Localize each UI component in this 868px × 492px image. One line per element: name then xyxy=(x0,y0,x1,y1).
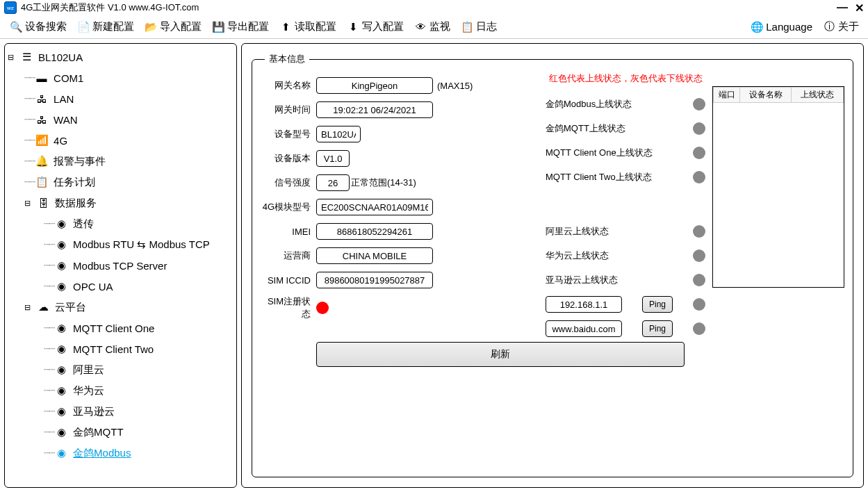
tree-label: 4G xyxy=(54,135,67,147)
tree-node-mqtt2[interactable]: ┈┈◉MQTT Client Two xyxy=(5,338,236,359)
monitor-button[interactable]: 👁 监视 xyxy=(409,15,455,38)
ping-ip-input[interactable] xyxy=(546,296,622,313)
search-icon: 🔍 xyxy=(9,20,23,34)
gateway-time-input[interactable] xyxy=(316,101,433,118)
tree-node-modbus-rtu-tcp[interactable]: ┈┈◉Modbus RTU ⇆ Modbus TCP xyxy=(5,234,236,255)
tree-node-huawei[interactable]: ┈┈◉华为云 xyxy=(5,380,236,401)
gateway-icon: ☰ xyxy=(19,51,34,63)
minimize-button[interactable]: — xyxy=(837,1,848,15)
wan-icon: 🖧 xyxy=(34,114,49,126)
table-header-status: 上线状态 xyxy=(792,88,844,103)
model-input[interactable] xyxy=(316,126,361,142)
status-dot xyxy=(693,322,705,335)
about-button[interactable]: ⓘ 关于 xyxy=(817,15,864,38)
toolbar-label: 日志 xyxy=(476,20,497,33)
tree-node-modbus-tcp-server[interactable]: ┈┈◉Modbus TCP Server xyxy=(5,255,236,276)
tree-label: LAN xyxy=(54,93,74,105)
signal-icon: 📶 xyxy=(34,134,49,147)
table-header-port: 端口 xyxy=(714,88,740,103)
status-dot xyxy=(693,274,705,286)
tree-node-passthrough[interactable]: ┈┈◉透传 xyxy=(5,213,236,234)
version-input[interactable] xyxy=(316,150,350,167)
field-label: 网关名称 xyxy=(261,79,316,92)
tree-label: 金鸽Modbus xyxy=(73,447,131,460)
status-aws: 亚马逊云上线状态 xyxy=(546,271,705,289)
ping-row-1: Ping xyxy=(546,295,705,313)
field-label: 信号强度 xyxy=(261,177,316,189)
field-label: IMEI xyxy=(261,227,316,237)
collapse-icon[interactable]: ⊟ xyxy=(24,303,34,312)
tree-node-lan[interactable]: ┈┈🖧LAN xyxy=(5,88,236,109)
download-icon: ⬇ xyxy=(346,20,360,34)
toolbar-label: 关于 xyxy=(838,20,859,33)
dot-icon: ◉ xyxy=(54,447,69,459)
tree-node-kp-mqtt[interactable]: ┈┈◉金鸽MQTT xyxy=(5,422,236,443)
toolbar: 🔍 设备搜索 📄 新建配置 📂 导入配置 💾 导出配置 ⬆ 读取配置 ⬇ 写入配… xyxy=(0,15,868,39)
tree-node-alarm[interactable]: ┈┈🔔报警与事件 xyxy=(5,151,236,172)
status-aliyun: 阿里云上线状态 xyxy=(546,222,705,240)
title-bar: wz 4G工业网关配置软件 V1.0 www.4G-IOT.com — ✕ xyxy=(0,0,868,15)
iccid-input[interactable] xyxy=(316,272,433,288)
gateway-name-input[interactable] xyxy=(316,77,433,94)
toolbar-label: 导入配置 xyxy=(160,20,202,33)
tree-node-task[interactable]: ┈┈📋任务计划 xyxy=(5,172,236,192)
collapse-icon[interactable]: ⊟ xyxy=(8,53,17,62)
module-input[interactable] xyxy=(316,199,433,215)
dot-icon: ◉ xyxy=(54,259,69,272)
field-label: 设备版本 xyxy=(261,152,316,165)
tree-node-cloud[interactable]: ⊟☁云平台 xyxy=(5,297,236,318)
status-label: MQTT Client Two上线状态 xyxy=(546,171,652,183)
tree-node-opc-ua[interactable]: ┈┈◉OPC UA xyxy=(5,276,236,297)
status-dot xyxy=(693,171,705,183)
field-label: SIM注册状态 xyxy=(261,295,316,320)
device-search-button[interactable]: 🔍 设备搜索 xyxy=(4,15,72,38)
ping-host-input[interactable] xyxy=(546,320,622,337)
tree-label: BL102UA xyxy=(38,51,83,63)
tree-node-dataservice[interactable]: ⊟🗄数据服务 xyxy=(5,192,236,213)
tree-label: MQTT Client Two xyxy=(73,343,154,355)
toolbar-label: 读取配置 xyxy=(295,20,336,33)
language-button[interactable]: 🌐 Language xyxy=(745,15,817,38)
toolbar-label: 写入配置 xyxy=(362,20,404,33)
write-config-button[interactable]: ⬇ 写入配置 xyxy=(341,15,409,38)
tree-label: 亚马逊云 xyxy=(73,405,115,418)
tree-label: OPC UA xyxy=(73,281,113,293)
import-config-button[interactable]: 📂 导入配置 xyxy=(139,15,206,38)
export-config-button[interactable]: 💾 导出配置 xyxy=(206,15,274,38)
device-status-table[interactable]: 端口 设备名称 上线状态 xyxy=(712,86,844,288)
ping-button-2[interactable]: Ping xyxy=(642,320,673,337)
new-file-icon: 📄 xyxy=(76,20,90,34)
tree-node-4g[interactable]: ┈┈📶4G xyxy=(5,130,236,151)
imei-input[interactable] xyxy=(316,223,433,240)
tree-node-root[interactable]: ⊟ ☰ BL102UA xyxy=(5,47,236,67)
panel-title: 基本信息 xyxy=(265,53,309,65)
toolbar-label: 设备搜索 xyxy=(25,20,67,33)
dot-icon: ◉ xyxy=(54,426,69,438)
log-button[interactable]: 📋 日志 xyxy=(455,15,502,38)
tree-node-mqtt1[interactable]: ┈┈◉MQTT Client One xyxy=(5,318,236,338)
dot-icon: ◉ xyxy=(54,238,69,251)
clipboard-icon: 📋 xyxy=(460,20,474,34)
tree-node-kp-modbus[interactable]: ┈┈◉金鸽Modbus xyxy=(5,443,236,464)
tree-label: 任务计划 xyxy=(54,176,95,189)
tree-node-com1[interactable]: ┈┈▬COM1 xyxy=(5,67,236,88)
ping-button-1[interactable]: Ping xyxy=(642,296,673,313)
tree-label: MQTT Client One xyxy=(73,322,154,334)
checklist-icon: 📋 xyxy=(34,176,49,188)
status-label: 金鸽Modbus上线状态 xyxy=(546,98,632,110)
table-header-device: 设备名称 xyxy=(740,88,792,103)
signal-input[interactable] xyxy=(316,174,350,191)
sidebar-tree[interactable]: ⊟ ☰ BL102UA ┈┈▬COM1 ┈┈🖧LAN ┈┈🖧WAN ┈┈📶4G … xyxy=(4,43,237,488)
collapse-icon[interactable]: ⊟ xyxy=(24,199,34,208)
dot-icon: ◉ xyxy=(54,322,69,334)
operator-input[interactable] xyxy=(316,247,433,264)
app-icon: wz xyxy=(4,1,17,14)
close-button[interactable]: ✕ xyxy=(855,1,864,15)
translate-icon: 🌐 xyxy=(750,20,764,34)
tree-node-aliyun[interactable]: ┈┈◉阿里云 xyxy=(5,359,236,380)
tree-node-aws[interactable]: ┈┈◉亚马逊云 xyxy=(5,401,236,422)
read-config-button[interactable]: ⬆ 读取配置 xyxy=(274,15,341,38)
save-icon: 💾 xyxy=(211,20,225,34)
tree-node-wan[interactable]: ┈┈🖧WAN xyxy=(5,109,236,130)
new-config-button[interactable]: 📄 新建配置 xyxy=(72,15,139,38)
